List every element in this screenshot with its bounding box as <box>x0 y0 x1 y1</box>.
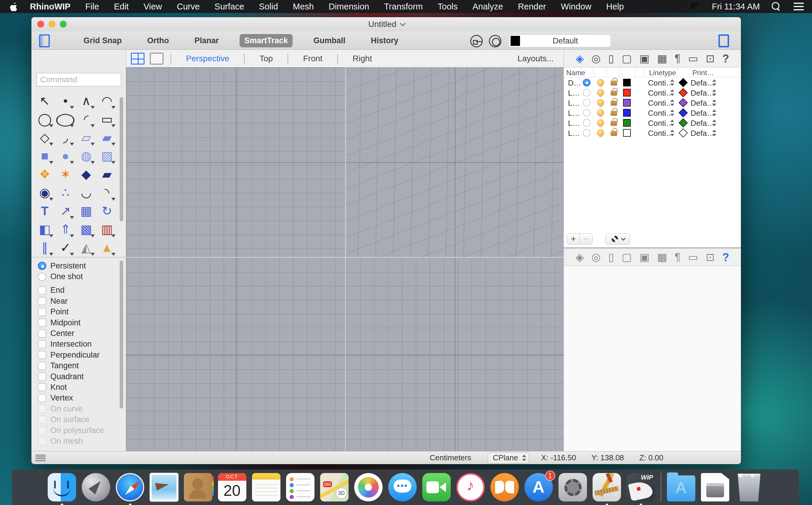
tool-sphere-icon[interactable]: ● <box>55 147 76 165</box>
layer-name[interactable]: L… <box>568 129 580 138</box>
linetype-stepper-icon[interactable] <box>670 109 675 117</box>
print-color-diamond-icon[interactable] <box>678 78 688 87</box>
dock-rhinowip[interactable]: WIP <box>627 473 655 501</box>
dock-finder[interactable] <box>48 473 76 501</box>
layer-print-width[interactable]: Defa… <box>691 89 714 98</box>
osnap-tangent[interactable]: Tangent <box>38 360 118 371</box>
status-menu-icon[interactable] <box>35 455 45 461</box>
panel-tab-cplanes-icon[interactable]: ▦ <box>657 252 667 263</box>
panel-tab-help-icon[interactable]: ? <box>722 251 729 263</box>
menu-item-view[interactable]: View <box>136 2 169 11</box>
layer-lock-icon[interactable] <box>611 111 617 116</box>
tool-box-icon[interactable]: ■ <box>34 147 55 165</box>
tool-boolean-union-icon[interactable]: ❖ <box>34 165 55 183</box>
layer-visibility-bulb-icon[interactable] <box>597 79 604 86</box>
layer-color-swatch[interactable] <box>623 119 631 127</box>
tool-adjustable-blend-icon[interactable]: ◝ <box>97 183 117 202</box>
radio-checked[interactable] <box>38 262 46 270</box>
tool-solid-edit-icon[interactable]: ◧ <box>34 220 55 238</box>
layer-color-swatch[interactable] <box>623 89 631 97</box>
layer-visibility-bulb-icon[interactable] <box>597 99 604 106</box>
menu-item-solid[interactable]: Solid <box>251 2 285 11</box>
toggle-ortho[interactable]: Ortho <box>142 34 174 47</box>
dock-launchpad[interactable] <box>82 473 110 501</box>
radio-unchecked[interactable] <box>38 273 46 281</box>
linetype-stepper-icon[interactable] <box>670 99 675 107</box>
checkbox-unchecked[interactable] <box>38 372 46 381</box>
osnap-near[interactable]: Near <box>38 296 118 306</box>
layer-color-swatch[interactable] <box>623 99 631 107</box>
tool-ellipse-icon[interactable]: ◯ <box>55 110 76 129</box>
tool-point-icon[interactable]: • <box>55 92 76 110</box>
tool-polygon-icon[interactable]: ◇ <box>34 129 55 147</box>
print-width-stepper-icon[interactable] <box>712 109 717 117</box>
layer-row[interactable]: L…Conti…Defa… <box>564 108 741 118</box>
menu-item-tools[interactable]: Tools <box>430 2 465 11</box>
viewport-tab-top[interactable]: Top <box>252 54 280 63</box>
panel-tab-named-views-icon[interactable]: ▣ <box>639 252 649 263</box>
panel-tab-help-icon[interactable]: ? <box>722 53 729 64</box>
tool-boolean-difference-icon[interactable]: ◉ <box>34 183 55 202</box>
menu-item-render[interactable]: Render <box>511 2 553 11</box>
tool-extrude-icon[interactable]: ⇑ <box>55 220 76 238</box>
panel-tab-notes-icon[interactable]: ¶ <box>675 252 681 263</box>
dock-contacts[interactable] <box>184 473 212 501</box>
tool-circle-icon[interactable]: ◯ <box>34 110 55 129</box>
osnap-perpendicular[interactable]: Perpendicular <box>38 350 118 360</box>
panel-tab-materials-icon[interactable]: ◎ <box>591 252 600 263</box>
panel-tab-materials-icon[interactable]: ◎ <box>591 53 600 64</box>
layer-print-width[interactable]: Defa… <box>691 78 714 88</box>
checkbox-unchecked[interactable] <box>38 308 46 316</box>
dock-mail[interactable] <box>150 473 178 501</box>
dock-appstore[interactable]: 1 <box>524 473 553 501</box>
dock-ibooks[interactable] <box>491 473 519 501</box>
menu-item-analyze[interactable]: Analyze <box>465 2 510 11</box>
panel-tab-rendering-icon[interactable]: ▢ <box>622 252 632 263</box>
layer-row[interactable]: L…Conti…Defa… <box>564 118 741 128</box>
panel-tab-layouts-icon[interactable]: ▭ <box>688 252 698 263</box>
left-sidebar-toggle-icon[interactable] <box>39 34 50 47</box>
right-sidebar-toggle-icon[interactable] <box>718 34 729 47</box>
dock-generic-app[interactable] <box>592 473 621 501</box>
tool-point-cloud-icon[interactable]: ∴ <box>55 183 76 202</box>
tool-array-linear-icon[interactable]: ▥ <box>97 220 117 238</box>
layer-name[interactable]: L… <box>568 109 580 118</box>
menu-item-dimension[interactable]: Dimension <box>321 2 377 11</box>
menu-item-surface[interactable]: Surface <box>207 2 251 11</box>
menu-item-help[interactable]: Help <box>599 2 631 11</box>
tool-offset-icon[interactable]: ∥ <box>34 238 55 257</box>
panel-tab-layers-icon[interactable]: ◈ <box>576 252 584 263</box>
layer-name[interactable]: L… <box>568 89 580 98</box>
viewport-top[interactable] <box>126 67 345 257</box>
add-layer-button[interactable]: + <box>567 233 580 244</box>
current-layer-radio[interactable] <box>583 79 590 87</box>
tool-curve-through-points-icon[interactable]: ◠ <box>97 92 117 110</box>
print-width-stepper-icon[interactable] <box>712 129 717 137</box>
tool-chamfer-edge-icon[interactable]: ▰ <box>97 165 117 183</box>
print-width-stepper-icon[interactable] <box>712 119 717 127</box>
tool-scale-icon[interactable]: ↗ <box>55 202 76 220</box>
tool-explode-icon[interactable]: ✶ <box>55 165 76 183</box>
tools-scrollbar[interactable] <box>120 97 123 221</box>
menu-item-window[interactable]: Window <box>553 2 599 11</box>
tool-control-point-curve-icon[interactable]: ∧ <box>76 92 97 110</box>
tool-orient-icon[interactable]: ↻ <box>97 202 117 220</box>
tool-pyramid-hide-icon[interactable]: ▲ <box>97 238 117 257</box>
osnap-one-shot[interactable]: One shot <box>38 271 118 282</box>
dock-messages[interactable] <box>388 473 417 501</box>
dock-calendar[interactable]: OCT20 <box>218 473 246 501</box>
layer-color-swatch[interactable] <box>623 129 631 137</box>
checkbox-unchecked[interactable] <box>38 297 46 305</box>
layouts-button[interactable]: Layouts... <box>518 54 563 63</box>
osnap-intersection[interactable]: Intersection <box>38 339 118 350</box>
current-layer-radio[interactable] <box>583 89 590 97</box>
print-color-diamond-icon[interactable] <box>678 88 688 97</box>
cplane-select[interactable]: CPlane <box>488 452 529 464</box>
spotlight-icon[interactable] <box>772 2 781 11</box>
toggle-history[interactable]: History <box>366 34 403 47</box>
dock-trash[interactable] <box>735 473 764 501</box>
tool-surface-3pt-icon[interactable]: ▱ <box>76 129 97 147</box>
panel-tab-cplanes-icon[interactable]: ▦ <box>657 53 667 64</box>
layer-visibility-bulb-icon[interactable] <box>597 109 604 116</box>
print-color-diamond-icon[interactable] <box>678 128 688 137</box>
